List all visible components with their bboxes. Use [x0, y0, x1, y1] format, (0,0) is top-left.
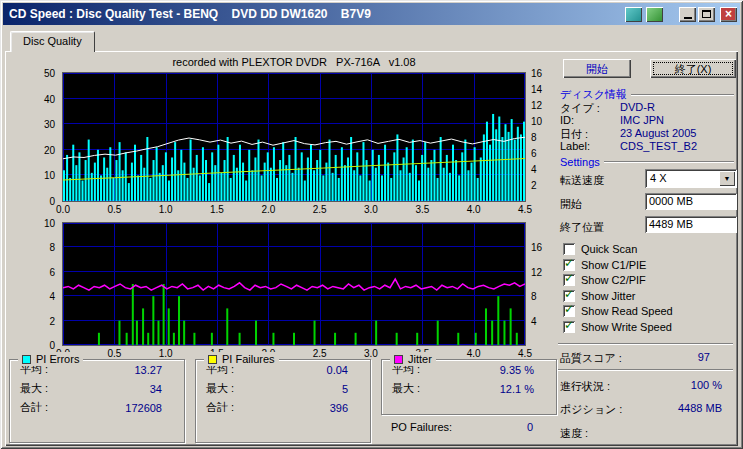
jitter-legend-label: Jitter [408, 353, 432, 365]
minimize-button[interactable] [679, 7, 696, 22]
check-icon: ✓ [564, 256, 574, 270]
pi-failures-left-axis: 0246810 [5, 223, 59, 345]
pi-errors-total-row: 合計 :172608 [10, 398, 184, 417]
check-icon: ✓ [564, 271, 574, 285]
transfer-speed-select[interactable]: 4 X ▼ [645, 169, 737, 188]
pi-failures-max-row: 最大 :5 [196, 379, 370, 398]
close-icon: × [725, 8, 732, 20]
jitter-avg-value: 9.35 % [500, 364, 534, 376]
progress-row: 進行状況 : 100 % [560, 379, 732, 393]
titlebar[interactable]: CD Speed : Disc Quality Test - BENQ DVD … [3, 3, 740, 25]
quality-score-value: 97 [698, 351, 710, 363]
checkbox-show-c1-pie[interactable]: ✓ Show C1/PIE [563, 258, 646, 272]
speed-row: 速度 : [560, 426, 732, 440]
close-button[interactable]: × [720, 7, 737, 22]
disc-date-value: 23 August 2005 [620, 127, 696, 139]
exit-button[interactable]: 終了(X) [650, 59, 736, 78]
po-failures-row: PO Failures: 0 [381, 421, 555, 433]
checkbox-show-write-speed[interactable]: ✓ Show Write Speed [563, 320, 672, 334]
jitter-max-row: 最大 :12.1 % [382, 379, 556, 398]
disc-label-row: Label:CDS_TEST_B2 [560, 140, 732, 153]
pi-errors-max-value: 34 [150, 383, 162, 395]
tab-disc-quality[interactable]: Disc Quality [10, 31, 95, 52]
checkbox-quick-scan[interactable]: ✓ Quick Scan [563, 242, 637, 256]
settings-header: Settings [560, 156, 734, 168]
pi-failures-color-swatch [208, 355, 217, 364]
pi-failures-group: PI Failures 平均 :0.04 最大 :5 合計 :396 [195, 359, 371, 443]
disc-id-row: ID:IMC JPN [560, 114, 732, 127]
pi-failures-total-row: 合計 :396 [196, 398, 370, 417]
pi-errors-left-axis: 01020304050 [5, 73, 59, 201]
pi-failures-avg-value: 0.04 [327, 364, 348, 376]
po-failures-value: 0 [527, 421, 533, 433]
pi-errors-avg-value: 13.27 [134, 364, 162, 376]
chevron-down-icon[interactable]: ▼ [719, 171, 735, 186]
position-value: 4488 MB [678, 402, 722, 414]
pi-errors-color-swatch [22, 355, 31, 364]
start-position-field[interactable]: 0000 MB [645, 193, 737, 210]
minimize-icon [684, 17, 692, 19]
maximize-button[interactable] [698, 7, 715, 22]
disc-label-value: CDS_TEST_B2 [620, 140, 697, 152]
check-icon: ✓ [564, 287, 574, 301]
checkbox-show-c2-pif[interactable]: ✓ Show C2/PIF [563, 273, 646, 287]
show-jitter-checkbox[interactable]: ✓ [563, 290, 575, 302]
show-c1-pie-checkbox[interactable]: ✓ [563, 259, 575, 271]
check-icon: ✓ [564, 318, 574, 332]
jitter-color-swatch [394, 355, 403, 364]
quality-score-row: 品質スコア : 97 [560, 351, 732, 365]
pi-failures-legend-label: PI Failures [222, 353, 275, 365]
maximize-icon [702, 10, 711, 18]
checkbox-show-jitter[interactable]: ✓ Show Jitter [563, 289, 635, 303]
progress-value: 100 % [691, 379, 722, 391]
start-button[interactable]: 開始 [563, 59, 631, 78]
pi-errors-group: PI Errors 平均 :13.27 最大 :34 合計 :172608 [9, 359, 185, 443]
quick-scan-checkbox[interactable]: ✓ [563, 243, 575, 255]
jitter-max-value: 12.1 % [500, 383, 534, 395]
pi-errors-legend: PI Errors [18, 352, 83, 366]
window-title: CD Speed : Disc Quality Test - BENQ DVD … [9, 7, 625, 21]
disc-info-header: ディスク情報 [560, 87, 734, 102]
separator [558, 343, 733, 345]
disc-type-row: タイプ :DVD-R [560, 101, 732, 114]
show-c2-pif-checkbox[interactable]: ✓ [563, 274, 575, 286]
pi-errors-x-axis: 0.00.51.01.52.02.53.03.54.04.5 [63, 204, 525, 216]
pi-failures-max-value: 5 [342, 383, 348, 395]
disc-type-value: DVD-R [620, 101, 655, 113]
titlebar-extra-icon-2[interactable] [646, 7, 663, 22]
transfer-speed-value: 4 X [650, 172, 667, 184]
pi-errors-total-value: 172608 [125, 402, 162, 414]
show-read-speed-checkbox[interactable]: ✓ [563, 305, 575, 317]
speed-right-axis: 246810121416 [527, 73, 557, 201]
end-position-field[interactable]: 4489 MB [645, 216, 737, 233]
jitter-legend: Jitter [390, 352, 436, 366]
check-icon: ✓ [564, 302, 574, 316]
app-window: CD Speed : Disc Quality Test - BENQ DVD … [0, 0, 743, 449]
pi-errors-chart [62, 72, 526, 202]
pi-errors-max-row: 最大 :34 [10, 379, 184, 398]
checkbox-show-read-speed[interactable]: ✓ Show Read Speed [563, 304, 673, 318]
position-row: ポジション : 4488 MB [560, 402, 732, 416]
disc-id-value: IMC JPN [620, 114, 664, 126]
disc-date-row: 日付 :23 August 2005 [560, 127, 732, 140]
po-failures-label: PO Failures: [391, 421, 452, 433]
titlebar-extra-icon-1[interactable] [625, 7, 642, 22]
jitter-group: Jitter 平均 :9.35 % 最大 :12.1 % [381, 359, 557, 415]
pi-failures-total-value: 396 [330, 402, 348, 414]
recorded-with-text: recorded with PLEXTOR DVDR PX-716A v1.08 [63, 56, 525, 68]
pi-failures-chart [62, 222, 526, 346]
show-write-speed-checkbox[interactable]: ✓ [563, 321, 575, 333]
separator [558, 369, 733, 371]
disc-quality-panel: recorded with PLEXTOR DVDR PX-716A v1.08… [5, 51, 738, 446]
pi-failures-legend: PI Failures [204, 352, 279, 366]
jitter-right-axis: 481216 [527, 223, 557, 345]
pi-errors-legend-label: PI Errors [36, 353, 79, 365]
